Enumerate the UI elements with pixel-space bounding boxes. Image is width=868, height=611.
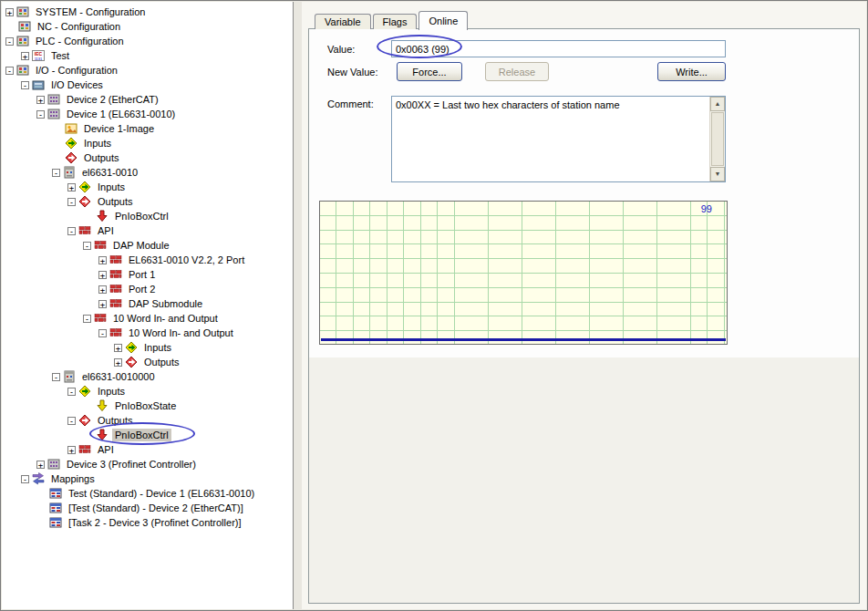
tree-item-label[interactable]: el6631-0010000 — [79, 370, 158, 383]
tree-row: +Inputs — [2, 339, 293, 354]
tree-item-label[interactable]: [Test (Standard) - Device 2 (EtherCAT)] — [66, 502, 246, 514]
inputs-icon — [125, 341, 139, 354]
tree-item-label[interactable]: 10 Word In- and Output — [110, 312, 221, 325]
scrollbar-thumb[interactable] — [711, 112, 724, 166]
tree-item-label[interactable]: PLC - Configuration — [33, 35, 127, 47]
tree-item-label[interactable]: DAP Submodule — [126, 297, 205, 310]
expand-plus-icon[interactable]: + — [36, 461, 45, 469]
tree-item-label[interactable]: Inputs — [141, 341, 174, 354]
tree-item-label[interactable]: Mappings — [48, 472, 98, 485]
tree-item-label[interactable]: API — [95, 443, 117, 456]
expand-plus-icon[interactable]: + — [21, 52, 29, 60]
collapse-minus-icon[interactable]: - — [83, 315, 91, 323]
tree-item-label[interactable]: Device 3 (Profinet Controller) — [64, 458, 199, 471]
tree-item-label[interactable]: I/O Devices — [48, 78, 106, 91]
tree-item-label[interactable]: NC - Configuration — [35, 20, 123, 33]
bricks-icon — [109, 254, 123, 266]
collapse-minus-icon[interactable]: - — [21, 475, 29, 483]
expand-plus-icon[interactable]: + — [98, 256, 107, 264]
expand-plus-icon[interactable]: + — [98, 300, 107, 308]
collapse-minus-icon[interactable]: - — [52, 169, 60, 177]
expand-plus-icon[interactable]: + — [36, 96, 45, 104]
page-lower-background — [309, 357, 859, 603]
var-out-icon — [96, 429, 109, 441]
tree-item-label[interactable]: Outputs — [95, 414, 136, 427]
collapse-minus-icon[interactable]: - — [67, 388, 76, 396]
collapse-minus-icon[interactable]: - — [21, 81, 29, 89]
tree-item-label[interactable]: EL6631-0010 V2.2, 2 Port — [126, 254, 247, 266]
outputs-icon — [125, 356, 139, 368]
collapse-minus-icon[interactable]: - — [5, 37, 14, 46]
map-icon — [49, 487, 63, 500]
tree-item-label[interactable]: PnIoBoxCtrl — [112, 210, 171, 223]
tree-item-label[interactable]: SYSTEM - Configuration — [33, 5, 148, 18]
tree-item-label[interactable]: Inputs — [95, 181, 128, 193]
collapse-minus-icon[interactable]: - — [67, 417, 76, 425]
expand-plus-icon[interactable]: + — [5, 8, 14, 16]
tree-row: -Outputs — [2, 193, 293, 208]
collapse-minus-icon[interactable]: - — [52, 373, 60, 381]
collapse-minus-icon[interactable]: - — [67, 227, 76, 235]
tree-item-label[interactable]: Port 2 — [126, 283, 158, 295]
tree-item-label[interactable]: DAP Module — [110, 239, 172, 252]
expand-plus-icon[interactable]: + — [67, 183, 76, 192]
var-in-icon — [96, 399, 109, 412]
expand-plus-icon[interactable]: + — [114, 358, 122, 367]
comment-text: 0x00XX = Last two hex characters of stat… — [396, 99, 705, 111]
configuration-tree[interactable]: +SYSTEM - ConfigurationNC - Configuratio… — [2, 2, 294, 609]
tree-item-label[interactable]: Test (Standard) - Device 1 (EL6631-0010) — [66, 487, 257, 500]
tree-item-label[interactable]: Device 2 (EtherCAT) — [64, 93, 161, 106]
scroll-down-icon[interactable]: ▼ — [710, 167, 725, 181]
tree-item-label[interactable]: 10 Word In- and Output — [126, 326, 236, 339]
tree-item-label[interactable]: PnIoBoxCtrl — [112, 429, 171, 441]
tree-item-label[interactable]: Outputs — [95, 195, 136, 208]
collapse-minus-icon[interactable]: - — [67, 198, 76, 206]
tree-row: PnIoBoxCtrl — [2, 208, 293, 223]
indent-spacer — [36, 508, 49, 509]
tab-online[interactable]: Online — [418, 11, 468, 30]
tree-row: -Mappings — [2, 471, 293, 485]
collapse-minus-icon[interactable]: - — [83, 242, 91, 250]
tab-variable[interactable]: Variable — [315, 14, 371, 29]
tree-row: +Port 1 — [2, 266, 293, 281]
tree-item-label[interactable]: API — [95, 224, 117, 237]
tree-item-label[interactable]: [Task 2 - Device 3 (Profinet Controller)… — [66, 516, 244, 529]
collapse-minus-icon[interactable]: - — [36, 110, 45, 119]
tree-item-label[interactable]: Outputs — [141, 356, 182, 368]
tab-bar: Variable Flags Online — [315, 9, 470, 29]
tree-row: Inputs — [2, 135, 293, 150]
collapse-minus-icon[interactable]: - — [98, 329, 107, 337]
tree-row: NC - Configuration — [2, 18, 293, 33]
bricks-icon — [78, 224, 92, 237]
comment-scrollbar[interactable]: ▲ ▼ — [709, 97, 725, 181]
tree-row: +Port 2 — [2, 281, 293, 295]
value-field[interactable] — [391, 40, 726, 57]
expand-plus-icon[interactable]: + — [98, 271, 107, 279]
expand-plus-icon[interactable]: + — [98, 285, 107, 294]
tree-item-label[interactable]: Device 1 (EL6631-0010) — [64, 108, 178, 120]
tab-flags[interactable]: Flags — [373, 14, 418, 29]
tree-row: Device 1-Image — [2, 120, 293, 135]
indent-spacer — [52, 143, 65, 144]
expand-plus-icon[interactable]: + — [114, 344, 122, 352]
tree-item-label[interactable]: Test — [48, 49, 72, 62]
tree-row: -el6631-0010 — [2, 164, 293, 179]
tree-item-label[interactable]: I/O - Configuration — [33, 64, 120, 77]
comment-box[interactable]: 0x00XX = Last two hex characters of stat… — [391, 96, 726, 182]
collapse-minus-icon[interactable]: - — [5, 67, 14, 75]
tree-row: [Task 2 - Device 3 (Profinet Controller)… — [2, 514, 293, 529]
indent-spacer — [52, 158, 65, 159]
tree-item-label[interactable]: Inputs — [95, 385, 128, 398]
iec-icon — [32, 49, 46, 62]
scroll-up-icon[interactable]: ▲ — [710, 97, 725, 111]
write-button[interactable]: Write... — [657, 62, 726, 81]
chart-series-line — [321, 338, 726, 341]
tree-item-label[interactable]: Outputs — [81, 151, 122, 164]
tree-item-label[interactable]: Device 1-Image — [81, 122, 157, 135]
force-button[interactable]: Force... — [397, 62, 462, 81]
tree-item-label[interactable]: Inputs — [81, 137, 114, 150]
tree-item-label[interactable]: Port 1 — [126, 268, 158, 281]
expand-plus-icon[interactable]: + — [67, 446, 76, 454]
tree-item-label[interactable]: el6631-0010 — [79, 166, 140, 179]
tree-item-label[interactable]: PnIoBoxState — [112, 399, 179, 412]
